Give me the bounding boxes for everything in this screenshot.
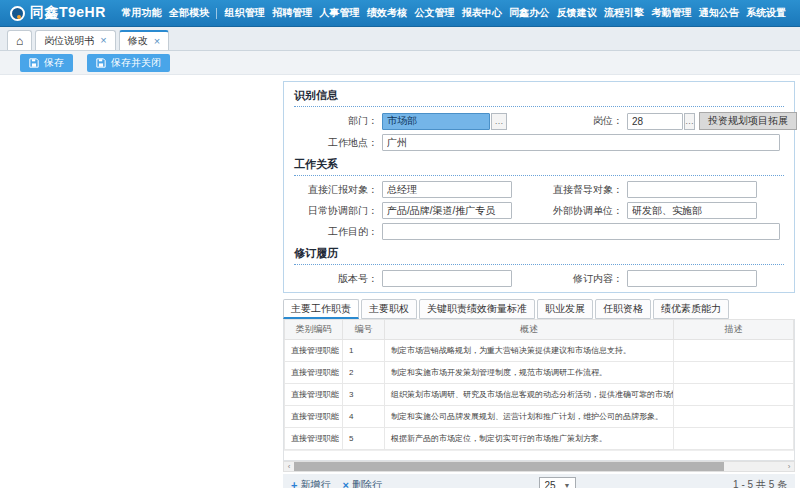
cell-overview: 根据新产品的市场定位，制定切实可行的市场推广策划方案。	[385, 428, 674, 450]
revision-content-field[interactable]	[627, 270, 757, 287]
close-icon[interactable]: ×	[100, 35, 106, 46]
scrollbar-thumb[interactable]	[294, 462, 724, 471]
version-field[interactable]	[382, 270, 512, 287]
external-unit-label: 外部协调单位：	[539, 204, 627, 218]
revision-content-label: 修订内容：	[539, 272, 627, 286]
document-tabbar: ⌂ 岗位说明书 × 修改 ×	[0, 27, 800, 51]
save-icon	[96, 58, 106, 68]
scroll-right-icon[interactable]: ›	[784, 462, 794, 471]
table-row[interactable]: 直接管理职能 4 制定和实施公司品牌发展规划、运营计划和推广计划，维护公司的品牌…	[285, 406, 794, 428]
record-count: 1 - 5 共 5 条	[733, 478, 787, 488]
save-icon	[29, 58, 39, 68]
menu-item[interactable]: 同鑫办公	[509, 6, 549, 20]
column-header-overview: 概述	[385, 320, 674, 340]
duties-table-container: 类别编码 编号 概述 描述 直接管理职能 1 制定市场营销战略规划，为重大营销决…	[283, 319, 795, 461]
delete-icon: ×	[342, 479, 348, 488]
cell-description	[674, 340, 794, 362]
close-icon[interactable]: ×	[154, 36, 160, 47]
menu-separator	[216, 8, 217, 19]
menu-item[interactable]: 组织管理	[225, 6, 265, 20]
menu-item[interactable]: 人事管理	[320, 6, 360, 20]
save-close-button[interactable]: 保存并关闭	[87, 54, 170, 72]
duties-table: 类别编码 编号 概述 描述 直接管理职能 1 制定市场营销战略规划，为重大营销决…	[284, 319, 794, 450]
logo-icon	[10, 6, 25, 21]
delete-row-label: 删除行	[352, 478, 382, 488]
report-to-field[interactable]	[382, 181, 512, 198]
delete-row-button[interactable]: × 删除行	[342, 478, 381, 488]
page-size-select[interactable]: 25 ▼	[539, 477, 575, 488]
app-header: 同鑫T9eHR 常用功能 全部模块 组织管理 招聘管理 人事管理 绩效考核 公文…	[0, 0, 800, 27]
add-row-button[interactable]: + 新增行	[291, 478, 330, 488]
chevron-down-icon: ▼	[564, 482, 571, 488]
subtab-competency[interactable]: 绩优素质能力	[653, 299, 729, 319]
toolbar: 保存 保存并关闭	[0, 51, 800, 75]
cell-category: 直接管理职能	[285, 362, 343, 384]
dept-field[interactable]	[382, 113, 490, 130]
horizontal-scrollbar[interactable]: ‹ ›	[283, 461, 795, 472]
menu-item[interactable]: 系统设置	[746, 6, 786, 20]
position-form-panel: 识别信息 部门： … 岗位： … 投资规划项目拓展 工作地点： 工作关系	[283, 81, 795, 293]
location-label: 工作地点：	[294, 136, 382, 150]
scroll-left-icon[interactable]: ‹	[284, 462, 294, 471]
post-name-button[interactable]: 投资规划项目拓展	[699, 112, 797, 130]
menu-item[interactable]: 绩效考核	[367, 6, 407, 20]
save-button-label: 保存	[44, 56, 64, 70]
menu-item[interactable]: 招聘管理	[272, 6, 312, 20]
cell-overview: 制定市场营销战略规划，为重大营销决策提供建议和市场信息支持。	[385, 340, 674, 362]
cell-number: 5	[343, 428, 385, 450]
home-icon: ⌂	[16, 35, 23, 47]
subtab-kpi-standards[interactable]: 关键职责绩效衡量标准	[419, 299, 535, 319]
section-divider	[294, 264, 784, 265]
tab-position-description[interactable]: 岗位说明书 ×	[35, 30, 115, 50]
column-header-description: 描述	[674, 320, 794, 340]
dept-label: 部门：	[294, 114, 382, 128]
post-field[interactable]	[627, 113, 683, 130]
work-purpose-field[interactable]	[382, 223, 780, 240]
cell-category: 直接管理职能	[285, 406, 343, 428]
main-content: 识别信息 部门： … 岗位： … 投资规划项目拓展 工作地点： 工作关系	[0, 75, 800, 488]
post-picker-button[interactable]: …	[684, 113, 695, 130]
cell-description	[674, 428, 794, 450]
menu-item[interactable]: 公文管理	[414, 6, 454, 20]
tab-label: 修改	[128, 34, 148, 48]
supervise-label: 直接督导对象：	[539, 183, 627, 197]
subtab-qualification[interactable]: 任职资格	[595, 299, 651, 319]
menu-item[interactable]: 通知公告	[699, 6, 739, 20]
table-row[interactable]: 直接管理职能 2 制定和实施市场开发策划管理制度，规范市场调研工作流程。	[285, 362, 794, 384]
cell-description	[674, 384, 794, 406]
app-logo: 同鑫T9eHR	[0, 4, 118, 22]
menu-item[interactable]: 报表中心	[462, 6, 502, 20]
tab-home[interactable]: ⌂	[7, 30, 32, 50]
menu-item[interactable]: 反馈建议	[557, 6, 597, 20]
subtab-authority[interactable]: 主要职权	[361, 299, 417, 319]
tab-edit[interactable]: 修改 ×	[119, 30, 169, 50]
menu-item[interactable]: 流程引擎	[604, 6, 644, 20]
menu-item[interactable]: 考勤管理	[651, 6, 691, 20]
save-button[interactable]: 保存	[20, 54, 73, 72]
dept-picker-button[interactable]: …	[491, 113, 507, 130]
section-divider	[294, 106, 784, 107]
cell-description	[674, 406, 794, 428]
external-unit-field[interactable]	[627, 202, 757, 219]
detail-tabbar: 主要工作职责 主要职权 关键职责绩效衡量标准 职业发展 任职资格 绩优素质能力	[283, 299, 795, 319]
table-row[interactable]: 直接管理职能 1 制定市场营销战略规划，为重大营销决策提供建议和市场信息支持。	[285, 340, 794, 362]
menu-item[interactable]: 常用功能	[122, 6, 162, 20]
supervise-field[interactable]	[627, 181, 757, 198]
section-title-revision: 修订履历	[294, 244, 784, 264]
main-menu: 常用功能 全部模块 组织管理 招聘管理 人事管理 绩效考核 公文管理 报表中心 …	[118, 6, 800, 20]
table-footer: + 新增行 × 删除行 25 ▼ 1 - 5 共 5 条	[283, 474, 795, 488]
work-purpose-label: 工作目的：	[294, 225, 382, 239]
section-title-relations: 工作关系	[294, 155, 784, 175]
table-row[interactable]: 直接管理职能 5 根据新产品的市场定位，制定切实可行的市场推广策划方案。	[285, 428, 794, 450]
cell-description	[674, 362, 794, 384]
table-empty-area	[284, 450, 794, 460]
coordinate-dept-field[interactable]	[382, 202, 512, 219]
app-title: 同鑫T9eHR	[30, 4, 106, 22]
location-field[interactable]	[382, 134, 780, 151]
table-row[interactable]: 直接管理职能 3 组织策划市场调研、研究及市场信息客观的动态分析活动，提供准确可…	[285, 384, 794, 406]
menu-item[interactable]: 全部模块	[169, 6, 209, 20]
subtab-main-duties[interactable]: 主要工作职责	[283, 299, 359, 319]
subtab-career-development[interactable]: 职业发展	[537, 299, 593, 319]
cell-overview: 组织策划市场调研、研究及市场信息客观的动态分析活动，提供准确可靠的市场情报信息。	[385, 384, 674, 406]
section-divider	[294, 175, 784, 176]
